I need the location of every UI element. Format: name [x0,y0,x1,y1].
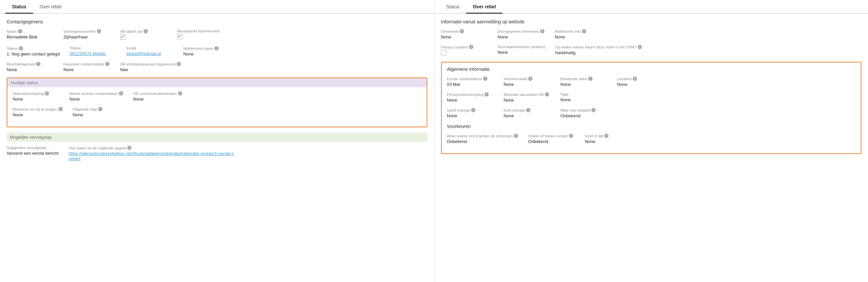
voornaamwoorden-anders-label: Voornaamwoorden (anders) [498,45,546,49]
beheerste-talen-info-icon[interactable]: i [588,77,593,81]
actie-info-icon[interactable]: i [514,134,518,138]
geeft-energie-value: None [447,113,494,118]
meest-recente-info-icon[interactable]: i [119,91,123,95]
volgende-stap-left-label: Volgende stap i [73,107,120,111]
huidige-status-section: Huidige status Statusbeschrijving i None… [7,78,427,127]
suggesties-field: Suggesties vervolgstap Verzend een eerst… [7,146,58,161]
wil-aktief-label: Wil aktief zijn i [120,29,167,33]
location-field: Location i None [617,77,664,87]
mogelijke-vervolgstap-header: Mogelijke vervolgstap [7,133,427,142]
motivatie-label: Motivatie aansluiten XR i [504,92,551,96]
eerste-contact-info-icon[interactable]: i [483,77,488,81]
naam-info-icon[interactable]: i [18,29,22,33]
kost-energie-info-icon[interactable]: i [526,108,530,112]
status-label: Status i [7,46,60,51]
geeft-energie-label: Geeft energie i [447,108,494,112]
additionele-value: None [555,34,601,39]
eerste-contact-label: Eerste contactdatum i [447,77,494,81]
gemeente-info-icon[interactable]: i [460,29,464,33]
phone-field: Phone 061234578 Mobile [70,46,117,56]
additionele-label: Additionele info i [555,29,601,33]
right-panel: Status Over rebel Informatie vanuit aanm… [434,0,868,282]
persoonsb-info-icon[interactable]: i [485,92,489,96]
mattermost-value: None [183,52,230,56]
mate-initiatief-field: Mate van initiatief i Onbekend [561,108,607,118]
geeft-energie-info-icon[interactable]: i [471,108,475,112]
algemene-row2: Persoonsbeschrijving i None Motivatie aa… [447,92,856,103]
naam-label: Naam i [7,29,54,33]
beschikbaarheid-field: Beschikbaarheid i None [7,62,54,72]
tips-label: Tips staan op de volgende pagina i [68,146,235,150]
xr-comm-info-icon[interactable]: i [178,91,182,95]
mattermost-info-icon[interactable]: i [214,46,219,51]
fav-contact-label: Favoriete contactmiddel i [63,62,110,66]
doorgegeven-info-icon[interactable]: i [540,29,545,33]
meest-recente-field: Meest recente contactdatum i None [69,91,123,102]
status-info-icon[interactable]: i [19,46,23,51]
beschikbaarheid-info-icon[interactable]: i [36,62,40,66]
phone-value[interactable]: 061234578 Mobile [70,51,117,56]
fav-contact-value: None [63,67,110,72]
fav-contact-info-icon[interactable]: i [105,62,110,66]
op-welke-info-icon[interactable]: i [638,45,642,49]
wil-aktief-checkbox[interactable] [120,34,126,40]
doorgegeven-label: Doorgegeven interesses i [498,29,545,33]
statusbeschrijving-info-icon[interactable]: i [45,91,49,95]
actie-value: Onbekend [447,139,519,144]
actie-label: Actie voeren en/of achter de schermen i [447,134,519,138]
tips-value[interactable]: https://wiki.extinctionrebellion.nl/nl/h… [68,151,235,161]
privacy-info-icon[interactable]: i [469,45,473,49]
voorkeurstaal-label: Voorkeurstaal i [504,77,551,81]
huidige-status-row2: Manieren om bij te dragen i None Volgend… [13,107,421,117]
email-value[interactable]: blokie@hotmail.nl [127,51,173,56]
suggesties-value: Verzend een eerste bericht [7,151,58,156]
motivatie-field: Motivatie aansluiten XR i None [504,92,551,103]
right-tab-over-rebel[interactable]: Over rebel [466,0,502,14]
voorkeuren-title: Voorkeuren [447,123,856,129]
voornaamwoorden-label: Voornaamwoorden i [63,29,110,33]
doorgegeven-value: None [498,34,545,39]
voornaamwoorden-info-icon[interactable]: i [97,29,101,33]
statusbeschrijving-field: Statusbeschrijving i None [13,91,59,102]
kost-energie-value: None [504,113,551,118]
xr-comm-value: None [133,96,182,102]
privacy-label: Privacy consent i [441,45,488,49]
status-value: 1. Nog geen contact gelegd [7,52,60,56]
privacy-checkbox-input[interactable] [441,50,446,55]
contactgegevens-row3: Beschikbaarheid i None Favoriete contact… [7,62,427,72]
xr-intro-label: XR introductiesessie bijgewoond i [120,62,181,66]
inzet-value: None [585,139,632,144]
motivatie-info-icon[interactable]: i [545,92,549,96]
nieuwsbrief-label: Nieuwsbrief abonnement [177,29,224,33]
op-welke-field: Op welke manier kwam deze rebel in het C… [555,45,642,56]
xr-comm-field: XR communicatiekanalen i None [133,91,182,102]
persoonsb-field: Persoonsbeschrijving i None [447,92,494,103]
manieren-info-icon[interactable]: i [58,107,63,111]
contactgegevens-row2: Status i 1. Nog geen contact gelegd Phon… [7,46,427,56]
statusbeschrijving-label: Statusbeschrijving i [13,91,59,95]
left-tab-over-rebel[interactable]: Over rebel [33,0,68,14]
online-value: Onbekend [528,139,575,144]
tips-info-icon[interactable]: i [127,146,131,150]
naam-field: Naam i Bernadette Blok [7,29,54,41]
left-tabs: Status Over rebel [0,0,434,14]
online-label: Online of fysiek contact i [528,134,575,138]
nieuwsbrief-value [177,34,224,40]
wil-aktief-info-icon[interactable]: i [144,29,148,33]
voorkeurstaal-info-icon[interactable]: i [528,77,532,81]
left-tab-status[interactable]: Status [5,0,33,14]
location-info-icon[interactable]: i [633,77,637,81]
mate-initiatief-info-icon[interactable]: i [591,108,596,112]
right-tab-status[interactable]: Status [440,0,466,14]
nieuwsbrief-checkbox[interactable] [177,34,182,39]
xr-intro-field: XR introductiesessie bijgewoond i Nee [120,62,181,72]
huidige-status-header: Huidige status [7,78,427,87]
gemeente-value: None [441,34,488,39]
inzet-info-icon[interactable]: i [604,134,609,138]
location-value: None [617,82,664,87]
online-info-icon[interactable]: i [569,134,573,138]
xr-intro-info-icon[interactable]: i [177,62,181,66]
additionele-info-icon[interactable]: i [582,29,586,33]
volgende-stap-left-info-icon[interactable]: i [98,107,102,111]
wil-aktief-field: Wil aktief zijn i [120,29,167,41]
